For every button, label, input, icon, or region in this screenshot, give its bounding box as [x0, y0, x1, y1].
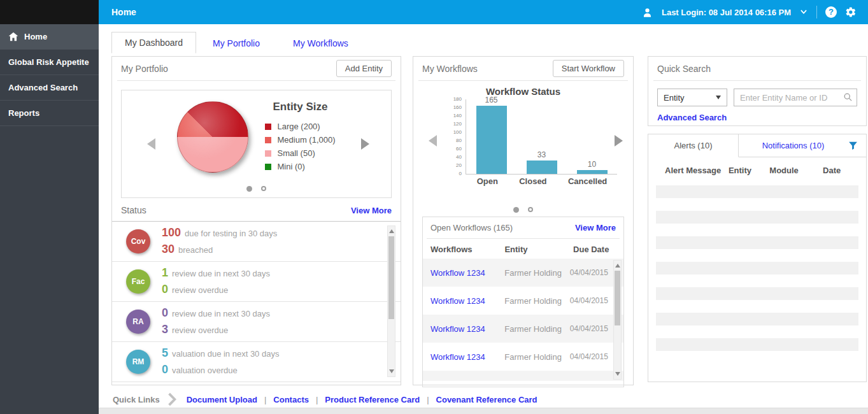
sidebar-item-home[interactable]: Home	[0, 24, 99, 50]
bar-category-label: Open	[477, 175, 498, 186]
scroll-up-icon[interactable]	[615, 264, 620, 268]
advanced-search-link[interactable]: Advanced Search	[657, 113, 727, 122]
carousel-dot-active[interactable]	[246, 186, 252, 192]
sidebar-item-reports[interactable]: Reports	[0, 101, 99, 126]
table-row: Workflow 1234Farmer Holding04/04/2015	[423, 315, 623, 343]
workflows-title: My Workflows	[422, 64, 478, 74]
workflow-status-carousel: Workflow Status 020406080100120140160180…	[413, 81, 633, 201]
bar-category-label: Cancelled	[568, 175, 607, 186]
status-badge: RA	[126, 310, 150, 334]
status-value: 0	[162, 283, 168, 296]
workflow-status-yaxis: 020406080100120140160180	[448, 99, 466, 175]
sidebar-item-advanced-search[interactable]: Advanced Search	[0, 75, 99, 101]
quick-links-bar: Quick Links Document Upload | Contacts |…	[113, 392, 537, 406]
help-icon[interactable]: ?	[825, 6, 837, 18]
carousel-prev-icon[interactable]	[147, 138, 155, 150]
workflow-link[interactable]: Workflow 1234	[430, 324, 504, 334]
workflow-due-date: 04/04/2015	[570, 324, 607, 333]
carousel-dot-active[interactable]	[513, 207, 519, 213]
quick-search-header: Quick Search	[648, 57, 866, 80]
dashboard-tabs: My Dashboard My Portfolio My Workflows	[111, 32, 365, 54]
workflows-view-more-link[interactable]: View More	[575, 223, 616, 232]
tab-my-workflows[interactable]: My Workflows	[276, 33, 365, 54]
workflows-header: My Workflows Start Workflow	[413, 57, 633, 80]
legend-item-mini: Mini (0)	[265, 162, 335, 171]
y-tick-label: 140	[453, 113, 462, 118]
workflow-link[interactable]: Workflow 1234	[430, 380, 504, 382]
workflow-entity: Farmer Holding	[504, 380, 569, 382]
alerts-panel: Alerts (10) Notifications (10) Alert Mes…	[648, 134, 867, 382]
selected-option: Entity	[664, 93, 685, 103]
entity-size-carousel: Entity Size Large (200) Medium (1,000) S…	[121, 90, 392, 198]
status-row-rm: RM 5valuation due in next 30 days 0valua…	[112, 342, 401, 382]
workflow-link[interactable]: Workflow 1234	[430, 296, 504, 306]
status-text: review overdue	[172, 325, 228, 335]
column-header-date: Date	[823, 166, 860, 175]
sidebar-nav: Home Global Risk Appetite Advanced Searc…	[0, 24, 99, 414]
scroll-down-icon[interactable]	[389, 369, 394, 373]
status-value: 3	[162, 323, 168, 336]
y-tick-label: 180	[453, 96, 462, 102]
quick-search-panel: Quick Search Entity Advanced Search	[648, 56, 867, 126]
carousel-next-icon[interactable]	[361, 138, 369, 150]
tab-alerts[interactable]: Alerts (10)	[648, 134, 739, 157]
tab-my-dashboard[interactable]: My Dashboard	[111, 32, 196, 54]
search-input[interactable]	[734, 89, 857, 106]
workflow-link[interactable]: Workflow 1234	[430, 352, 504, 362]
workflow-status-plot: 1653310	[466, 99, 617, 175]
sidebar-item-global-risk-appetite[interactable]: Global Risk Appetite	[0, 50, 99, 75]
status-value: 0	[162, 363, 168, 376]
status-text: valuation due in next 30 days	[172, 349, 279, 359]
y-tick-label: 40	[456, 154, 462, 160]
sidebar-item-label: Home	[24, 32, 47, 41]
workflow-entity: Farmer Holding	[504, 268, 569, 278]
status-lines: 1review due in next 30 days 0review over…	[162, 265, 270, 298]
user-icon[interactable]	[641, 6, 653, 18]
carousel-prev-icon[interactable]	[429, 135, 437, 146]
search-input-wrap	[734, 89, 857, 106]
status-scrollbar[interactable]	[387, 225, 395, 377]
tab-my-portfolio[interactable]: My Portfolio	[196, 33, 276, 54]
workflow-entity: Farmer Holding	[504, 352, 569, 362]
open-workflows-header: Open Workflows (165) View More	[423, 217, 623, 238]
quick-link-product-reference-card[interactable]: Product Reference Card	[325, 395, 420, 404]
chevron-right-icon	[167, 392, 176, 406]
legend-swatch	[265, 124, 271, 130]
gear-icon[interactable]	[845, 6, 857, 18]
scroll-down-icon[interactable]	[615, 372, 620, 376]
legend-swatch	[265, 137, 271, 143]
workflows-scrollbar[interactable]	[613, 260, 622, 380]
chevron-down-icon[interactable]	[799, 8, 808, 16]
logo-block	[0, 0, 99, 24]
quick-link-contacts[interactable]: Contacts	[273, 395, 309, 404]
bar-value-label: 10	[588, 160, 596, 169]
top-bar: Home Last Login: 08 Jul 2014 06:16 PM ?	[0, 0, 868, 24]
scrollbar-thumb[interactable]	[615, 271, 620, 325]
filter-icon[interactable]	[848, 134, 866, 157]
status-view-more-link[interactable]: View More	[351, 206, 392, 215]
column-header-entity: Entity	[504, 245, 573, 254]
scrollbar-thumb[interactable]	[388, 236, 394, 319]
workflow-due-date: 04/04/2015	[570, 268, 607, 277]
alert-row-placeholder	[656, 338, 858, 351]
search-type-select[interactable]: Entity	[657, 89, 727, 106]
status-title: Status	[121, 205, 146, 215]
quick-link-document-upload[interactable]: Document Upload	[187, 395, 257, 404]
status-text: review overdue	[172, 285, 228, 295]
chart-title: Entity Size	[265, 101, 335, 113]
search-icon[interactable]	[843, 92, 853, 104]
workflow-due-date: 04/04/2015	[570, 352, 607, 361]
legend-item-large: Large (200)	[265, 122, 335, 131]
add-entity-button[interactable]: Add Entity	[336, 60, 392, 77]
alert-row-placeholder	[656, 313, 858, 325]
tab-notifications[interactable]: Notifications (10)	[739, 134, 848, 157]
chart-title: Workflow Status	[413, 81, 633, 97]
scroll-up-icon[interactable]	[389, 229, 394, 233]
start-workflow-button[interactable]: Start Workflow	[553, 60, 624, 77]
workflow-link[interactable]: Workflow 1234	[430, 268, 504, 278]
carousel-dot[interactable]	[528, 207, 533, 212]
y-tick-label: 80	[456, 138, 462, 143]
column-header-due-date: Due Date	[573, 245, 616, 254]
carousel-dot[interactable]	[261, 186, 266, 191]
quick-link-covenant-reference-card[interactable]: Covenant Reference Card	[436, 395, 537, 404]
